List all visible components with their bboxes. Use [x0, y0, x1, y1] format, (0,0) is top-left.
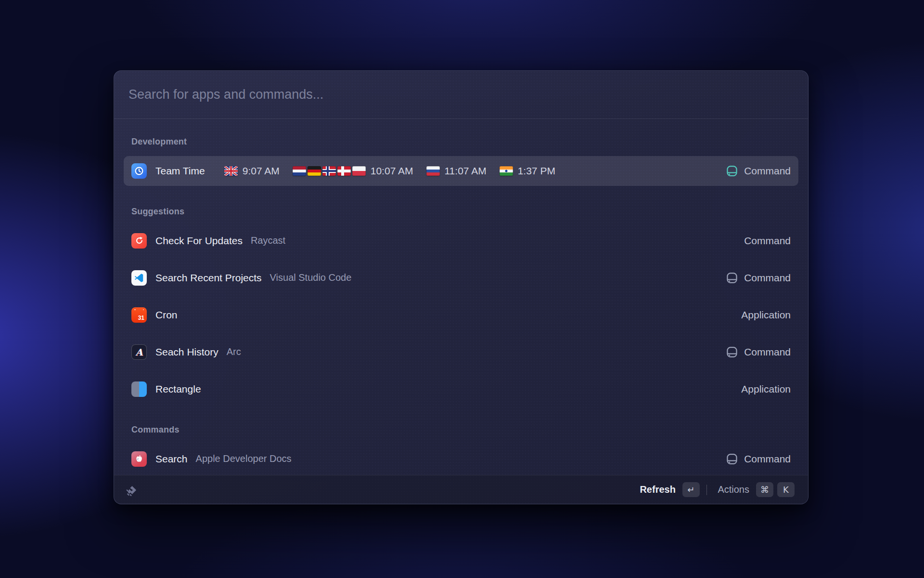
raycast-refresh-icon: [131, 233, 147, 249]
list-item-search-apple-docs[interactable]: Search Apple Developer Docs Command: [124, 440, 798, 475]
flag-netherlands-icon: [293, 166, 306, 176]
timezone-time: 11:07 AM: [445, 165, 487, 177]
item-accessory: Command: [726, 272, 791, 284]
command-drive-icon: [726, 346, 738, 358]
arc-browser-icon: A: [131, 344, 147, 360]
refresh-button[interactable]: Refresh ↵: [637, 480, 702, 499]
item-type-label: Command: [744, 346, 791, 358]
actions-label: Actions: [718, 484, 749, 495]
return-key-icon: ↵: [682, 482, 700, 497]
flag-india-icon: [500, 166, 513, 176]
section-header-suggestions: Suggestions: [124, 201, 798, 222]
item-title: Search: [155, 453, 188, 465]
item-title: Search Recent Projects: [155, 272, 262, 284]
item-accessory: Command: [726, 453, 791, 465]
timezone-uk: 9:07 AM: [224, 165, 280, 177]
item-type-label: Command: [744, 165, 791, 177]
command-drive-icon: [726, 453, 738, 465]
item-accessory: Command: [744, 235, 791, 247]
item-title: Seach History: [155, 346, 218, 358]
item-type-label: Application: [741, 309, 791, 321]
flag-poland-icon: [352, 166, 366, 176]
section-header-commands: Commands: [124, 419, 798, 440]
actions-button[interactable]: Actions ⌘ K: [715, 480, 797, 499]
flag-norway-icon: [322, 166, 336, 176]
search-input[interactable]: [128, 87, 794, 102]
k-key-icon: K: [777, 482, 795, 497]
item-accessory: Application: [741, 383, 791, 395]
flag-germany-icon: [308, 166, 321, 176]
refresh-label: Refresh: [640, 484, 675, 495]
list-item-rectangle[interactable]: Rectangle Application: [124, 370, 798, 407]
search-bar: [114, 71, 808, 119]
item-accessory: Command: [726, 346, 791, 358]
list-item-cron[interactable]: 31 Cron Application: [124, 296, 798, 333]
item-subtitle: Raycast: [251, 235, 285, 246]
command-key-icon: ⌘: [756, 482, 773, 497]
timezone-time: 10:07 AM: [371, 165, 413, 177]
rectangle-app-icon: [131, 381, 147, 397]
list-item-check-for-updates[interactable]: Check For Updates Raycast Command: [124, 222, 798, 259]
list-item-seach-history[interactable]: A Seach History Arc Command: [124, 333, 798, 370]
flag-denmark-icon: [337, 166, 351, 176]
item-title: Rectangle: [155, 383, 201, 395]
team-time-clock-icon: [131, 163, 147, 179]
cron-calendar-icon: 31: [131, 307, 147, 323]
item-title: Cron: [155, 309, 178, 321]
apple-docs-icon: [131, 451, 147, 467]
item-type-label: Command: [744, 272, 791, 284]
item-accessory: Command: [726, 165, 791, 177]
section-header-development: Development: [124, 131, 798, 152]
raycast-launcher-window: Development Team Time 9:07 AM: [114, 70, 808, 504]
item-title: Check For Updates: [155, 235, 243, 247]
item-subtitle: Apple Developer Docs: [196, 453, 292, 464]
timezone-central-europe: 10:07 AM: [293, 165, 413, 177]
timezone-india: 1:37 PM: [500, 165, 555, 177]
list-item-team-time[interactable]: Team Time 9:07 AM: [124, 152, 798, 189]
flag-russia-icon: [426, 166, 440, 176]
item-type-label: Command: [744, 453, 791, 465]
item-subtitle: Visual Studio Code: [270, 272, 352, 283]
item-title: Team Time: [155, 165, 205, 177]
footer-bar: Refresh ↵ Actions ⌘ K: [114, 475, 808, 504]
footer-divider: [706, 485, 707, 495]
flag-united-kingdom-icon: [224, 166, 238, 176]
raycast-logo-icon: [125, 483, 139, 497]
vscode-icon: [131, 270, 147, 286]
item-subtitle: Arc: [227, 346, 241, 357]
results-list: Development Team Time 9:07 AM: [114, 119, 808, 475]
command-drive-icon: [726, 165, 738, 177]
command-drive-icon: [726, 272, 738, 284]
item-accessory: Application: [741, 309, 791, 321]
timezone-time: 1:37 PM: [518, 165, 555, 177]
list-item-search-recent-projects[interactable]: Search Recent Projects Visual Studio Cod…: [124, 259, 798, 296]
timezone-russia: 11:07 AM: [426, 165, 487, 177]
item-type-label: Command: [744, 235, 791, 247]
timezone-time: 9:07 AM: [243, 165, 280, 177]
item-type-label: Application: [741, 383, 791, 395]
timezone-list: 9:07 AM 10:07 AM: [224, 165, 555, 177]
